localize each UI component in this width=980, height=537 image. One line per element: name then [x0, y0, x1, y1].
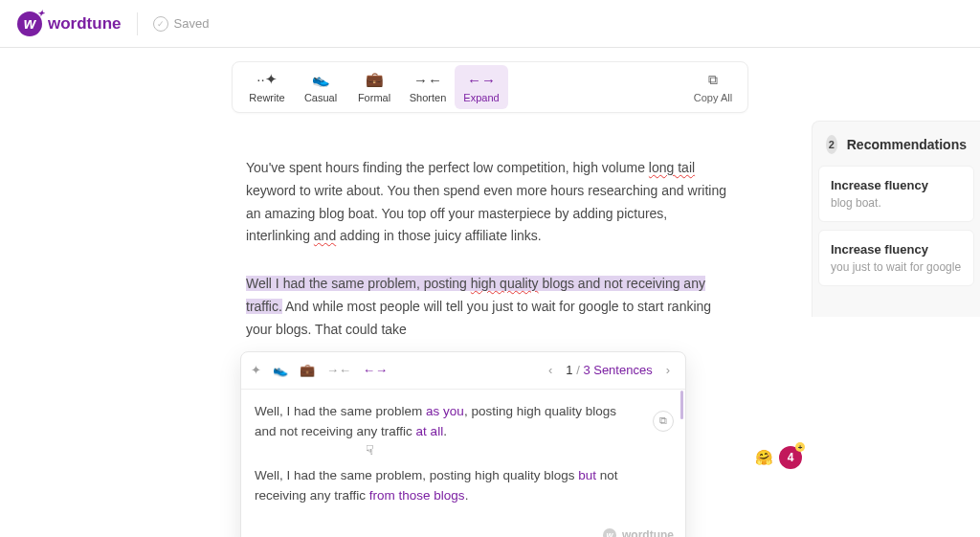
copy-all-button[interactable]: ⧉ Copy All — [686, 72, 740, 103]
mini-expand-button[interactable]: ←→ — [363, 360, 388, 381]
shorten-label: Shorten — [410, 92, 447, 103]
casual-label: Casual — [304, 92, 337, 103]
document-editor[interactable]: You've spent hours finding the perfect l… — [246, 157, 734, 537]
recommendations-panel: 2 Recommendations Increase fluency blog … — [812, 121, 980, 317]
copy-suggestion-button[interactable]: ⧉ — [653, 411, 674, 432]
pager-current: 1 — [566, 363, 572, 377]
pager-next[interactable]: › — [660, 358, 676, 383]
shorten-icon: →← — [326, 363, 351, 377]
recommendations-count: 2 — [826, 135, 837, 154]
copy-icon: ⧉ — [708, 72, 718, 88]
formal-label: Formal — [358, 92, 390, 103]
sneaker-icon: 👟 — [273, 363, 288, 377]
recommendation-title: Increase fluency — [831, 242, 962, 257]
sparkle-icon: ✦ — [251, 363, 261, 377]
rewrite-label: Rewrite — [249, 92, 284, 103]
reaction-count-badge[interactable]: 4 — [779, 446, 802, 469]
suggestion-item[interactable]: Well, I had the same problem, posting hi… — [241, 454, 685, 518]
rewrite-button[interactable]: ··✦ Rewrite — [240, 65, 294, 109]
recommendations-title: Recommendations — [847, 137, 967, 152]
mini-casual-button[interactable]: 👟 — [273, 360, 288, 381]
copy-all-label: Copy All — [694, 92, 732, 103]
popup-brand: wordtune — [622, 526, 674, 537]
pager-prev[interactable]: ‹ — [543, 358, 558, 383]
suggestion-item[interactable]: Well, I had the same problem as you, pos… — [241, 390, 685, 454]
spell-error[interactable]: long tail — [649, 160, 695, 175]
paragraph-2: Well I had the same problem, posting hig… — [246, 273, 734, 341]
recommendation-snippet: blog boat. — [831, 196, 962, 210]
brand-name: wordtune — [48, 14, 122, 34]
expand-icon: ←→ — [363, 363, 388, 377]
paragraph-1: You've spent hours finding the perfect l… — [246, 157, 734, 248]
brand-logo[interactable]: w wordtune — [17, 11, 122, 36]
sparkle-icon: ··✦ — [256, 71, 277, 88]
hugging-face-icon[interactable]: 🤗 — [752, 446, 775, 469]
shorten-icon: →← — [413, 71, 442, 88]
pager-total: 3 Sentences — [583, 363, 652, 377]
app-header: w wordtune ✓ Saved — [0, 0, 980, 48]
recommendation-title: Increase fluency — [831, 178, 962, 192]
casual-button[interactable]: 👟 Casual — [294, 65, 347, 109]
mini-rewrite-button[interactable]: ✦ — [251, 360, 261, 381]
spell-error[interactable]: and — [314, 228, 336, 243]
mini-formal-button[interactable]: 💼 — [300, 360, 315, 381]
recommendation-snippet: you just to wait for google — [831, 260, 962, 274]
expand-icon: ←→ — [467, 71, 496, 88]
logo-mark-icon: w — [603, 528, 616, 537]
popup-footer: w wordtune — [241, 518, 685, 537]
recommendation-card[interactable]: Increase fluency blog boat. — [818, 166, 974, 222]
recommendations-header: 2 Recommendations — [813, 135, 980, 166]
sneaker-icon: 👟 — [312, 71, 330, 88]
scrollbar[interactable] — [680, 391, 683, 419]
shorten-button[interactable]: →← Shorten — [401, 65, 455, 109]
expand-button[interactable]: ←→ Expand — [455, 65, 508, 109]
formal-button[interactable]: 💼 Formal — [347, 65, 401, 109]
saved-label: Saved — [174, 16, 210, 31]
mini-shorten-button[interactable]: →← — [326, 360, 351, 381]
briefcase-icon: 💼 — [366, 71, 384, 88]
briefcase-icon: 💼 — [300, 363, 315, 377]
save-status: ✓ Saved — [137, 12, 210, 35]
expand-label: Expand — [463, 92, 499, 103]
suggestions-popup: ✦ 👟 💼 →← ←→ ‹ 1 / 3 Sentences › Well, I … — [240, 351, 686, 537]
rewrite-toolbar: ··✦ Rewrite 👟 Casual 💼 Formal →← Shorten… — [232, 61, 748, 113]
recommendation-card[interactable]: Increase fluency you just to wait for go… — [818, 230, 974, 286]
suggestions-toolbar: ✦ 👟 💼 →← ←→ ‹ 1 / 3 Sentences › — [241, 352, 685, 390]
logo-mark-icon: w — [17, 11, 42, 36]
reactions-bar[interactable]: 🤗 4 — [752, 446, 802, 469]
sentence-pager: ‹ 1 / 3 Sentences › — [543, 358, 676, 383]
check-icon: ✓ — [153, 16, 168, 32]
